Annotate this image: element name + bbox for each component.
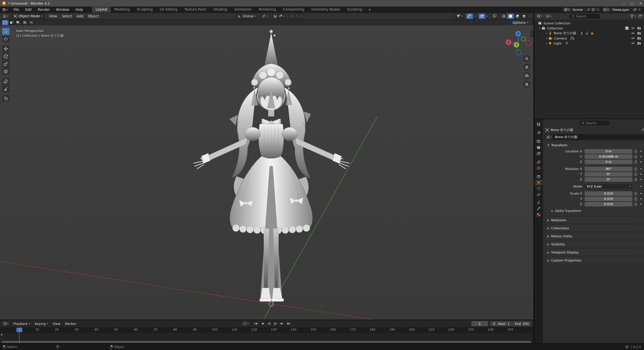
tab-animation[interactable]: Animation bbox=[231, 6, 255, 13]
outliner-row[interactable]: Scene Collection bbox=[534, 21, 644, 26]
viewlayer-name[interactable]: ViewLayer bbox=[610, 8, 632, 12]
timeline-menu-keying[interactable]: Keying▾ bbox=[32, 321, 50, 326]
timeline-menu-marker[interactable]: Marker bbox=[63, 321, 78, 326]
play-reverse-button[interactable] bbox=[266, 321, 272, 326]
gizmos-dropdown[interactable]: ▾ bbox=[473, 14, 477, 19]
properties-tab-constraints[interactable] bbox=[534, 186, 543, 192]
viewport-menu-add[interactable]: Add bbox=[74, 14, 86, 19]
timeline-channels[interactable]: ▶ bbox=[0, 333, 533, 341]
disclosure-icon[interactable]: ▾ bbox=[538, 27, 541, 29]
shading-rendered-button[interactable] bbox=[521, 14, 528, 19]
delta-transform-subpanel[interactable]: ▶ Delta Transform bbox=[545, 207, 644, 215]
play-button[interactable] bbox=[272, 321, 278, 326]
properties-tab-object-data[interactable] bbox=[534, 200, 543, 206]
options-dropdown[interactable]: Options ▾ bbox=[509, 20, 531, 25]
tab-shading[interactable]: Shading bbox=[210, 6, 231, 13]
menu-help[interactable]: Help bbox=[73, 7, 86, 12]
outliner-item-label[interactable]: Bone 全ての親 bbox=[554, 31, 576, 35]
animate-dot[interactable] bbox=[639, 198, 642, 199]
animate-dot[interactable] bbox=[639, 203, 642, 205]
tab-uv-editing[interactable]: UV Editing bbox=[156, 6, 181, 13]
minimize-button[interactable]: ─ bbox=[623, 2, 625, 5]
tool-cursor[interactable] bbox=[2, 35, 10, 42]
current-frame-field[interactable]: 1 bbox=[471, 321, 488, 326]
panel-grip-icon[interactable]: :::: bbox=[638, 243, 642, 245]
duplicate-icon[interactable] bbox=[633, 8, 637, 11]
panel-relations[interactable]: ▶Relations:::: bbox=[545, 217, 644, 223]
show-object-types-dropdown[interactable]: ▾ bbox=[455, 14, 465, 19]
tool-move[interactable] bbox=[2, 45, 10, 52]
nav-pan-button[interactable] bbox=[523, 64, 530, 71]
object-name-field[interactable]: Bone 全ての親 bbox=[553, 134, 644, 140]
tool-measure[interactable] bbox=[2, 85, 10, 92]
pin-icon[interactable] bbox=[641, 128, 644, 132]
snapping-controls[interactable]: ▾ bbox=[272, 14, 287, 19]
nav-toggle-ortho-button[interactable] bbox=[523, 81, 530, 88]
properties-tab-texture[interactable] bbox=[534, 212, 543, 218]
rotation-mode-dropdown[interactable]: XYZ Euler▾ bbox=[585, 184, 632, 189]
animate-dot[interactable] bbox=[639, 161, 642, 162]
lock-icon[interactable] bbox=[632, 192, 639, 195]
tab-rendering[interactable]: Rendering bbox=[255, 6, 279, 13]
auto-keying-toggle[interactable]: ▾ bbox=[242, 321, 250, 326]
tab-sculpting[interactable]: Sculpting bbox=[133, 6, 156, 13]
select-mode-set[interactable] bbox=[2, 20, 9, 25]
tab-layout[interactable]: Layout bbox=[92, 6, 111, 13]
tab-texture-paint[interactable]: Texture Paint bbox=[181, 6, 210, 13]
properties-tab-render[interactable] bbox=[534, 138, 543, 144]
timeline-editor-type-button[interactable]: ▾ bbox=[2, 321, 10, 326]
eye-toggle[interactable] bbox=[631, 42, 635, 45]
transform-value-field[interactable]: 0 m bbox=[585, 160, 632, 164]
tab-scripting[interactable]: Scripting bbox=[343, 6, 366, 13]
properties-tab-physics[interactable] bbox=[534, 192, 543, 198]
transform-value-field[interactable]: 0° bbox=[585, 172, 632, 177]
transform-value-field[interactable]: 0 m bbox=[585, 149, 632, 154]
pivot-point-dropdown[interactable]: ▾ bbox=[260, 14, 270, 19]
camera-vis-toggle[interactable] bbox=[637, 32, 641, 35]
properties-tab-scene[interactable] bbox=[534, 159, 543, 165]
outliner-display-mode-button[interactable]: ▾ bbox=[545, 14, 552, 19]
mode-dropdown[interactable]: Object Mode ▾ bbox=[11, 13, 45, 19]
transform-value-field[interactable]: 0.010 bbox=[585, 202, 632, 206]
checkbox-toggle[interactable] bbox=[625, 26, 629, 30]
outliner-item-label[interactable]: Camera bbox=[554, 36, 567, 40]
animate-dot[interactable] bbox=[639, 168, 642, 169]
properties-tab-world[interactable] bbox=[534, 165, 543, 171]
shading-wireframe-button[interactable] bbox=[500, 14, 507, 19]
proportional-editing-controls[interactable]: ▾ bbox=[288, 14, 303, 19]
disclosure-icon[interactable]: ▸ bbox=[545, 32, 548, 34]
tab-compositing[interactable]: Compositing bbox=[279, 6, 308, 13]
frame-end-field[interactable]: End 250 bbox=[512, 321, 531, 326]
xray-toggle[interactable] bbox=[491, 14, 498, 19]
transform-value-field[interactable]: 90° bbox=[585, 167, 632, 171]
panel-grip-icon[interactable]: :::: bbox=[638, 227, 642, 229]
outliner-row[interactable]: ▸Light bbox=[534, 41, 644, 46]
panel-grip-icon[interactable]: :::: bbox=[638, 235, 642, 237]
select-mode-invert[interactable] bbox=[22, 20, 28, 25]
lock-icon[interactable] bbox=[632, 172, 639, 176]
menu-edit[interactable]: Edit bbox=[23, 7, 34, 12]
show-gizmos-toggle[interactable] bbox=[466, 14, 473, 19]
panel-grip-icon[interactable]: :::: bbox=[638, 259, 642, 261]
menu-render[interactable]: Render bbox=[35, 7, 52, 12]
animate-dot[interactable] bbox=[639, 186, 642, 187]
tab-modeling[interactable]: Modeling bbox=[111, 6, 133, 13]
lock-icon[interactable] bbox=[632, 160, 639, 164]
lock-icon[interactable] bbox=[632, 202, 639, 206]
properties-editor-type-button[interactable] bbox=[534, 121, 543, 127]
outliner-row[interactable]: ▸Camera bbox=[534, 36, 644, 41]
camera-vis-toggle[interactable] bbox=[637, 42, 641, 45]
shading-material-button[interactable] bbox=[514, 14, 521, 19]
shading-solid-button[interactable] bbox=[507, 14, 514, 19]
close-button[interactable]: ✕ bbox=[639, 2, 642, 5]
tool-select-box[interactable] bbox=[2, 28, 10, 35]
lock-icon[interactable] bbox=[632, 167, 639, 171]
animate-dot[interactable] bbox=[639, 156, 642, 157]
viewport-3d[interactable]: User Perspective (1) Collection | Bone 全… bbox=[0, 25, 533, 320]
outliner-item-label[interactable]: Collection bbox=[547, 26, 563, 30]
overlays-dropdown[interactable]: ▾ bbox=[485, 14, 489, 19]
transform-value-field[interactable]: 0° bbox=[585, 177, 632, 182]
tool-annotate[interactable] bbox=[2, 78, 10, 85]
outliner-filter-button[interactable]: ▾ bbox=[629, 14, 636, 18]
panel-grip-icon[interactable]: :::: bbox=[638, 144, 642, 146]
